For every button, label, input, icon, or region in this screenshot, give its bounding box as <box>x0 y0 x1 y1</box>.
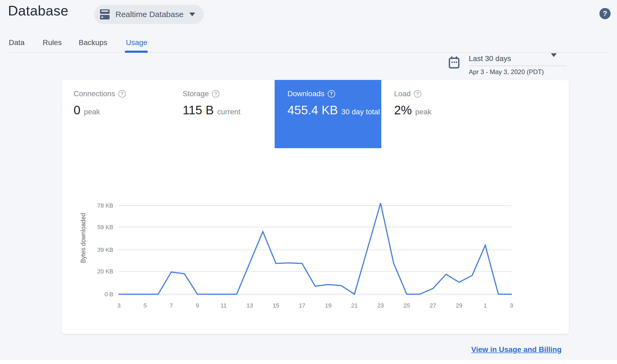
svg-text:19: 19 <box>325 302 331 309</box>
metric-value: 115 B current <box>183 103 241 117</box>
svg-text:13: 13 <box>246 302 253 309</box>
tabs-divider <box>8 52 609 53</box>
metric-label: Load <box>394 90 411 98</box>
svg-text:9: 9 <box>196 302 199 309</box>
svg-text:5: 5 <box>143 302 147 309</box>
svg-text:78 KB: 78 KB <box>97 202 113 209</box>
svg-text:17: 17 <box>299 302 305 309</box>
tab-backups[interactable]: Backups <box>79 38 107 47</box>
instance-selector[interactable]: Realtime Database <box>94 5 204 24</box>
svg-text:39 KB: 39 KB <box>97 246 113 253</box>
help-icon[interactable]: ? <box>212 90 219 98</box>
metric-load[interactable]: Load ? 2% peak <box>394 90 431 117</box>
database-icon <box>100 9 110 19</box>
view-usage-billing-link[interactable]: View in Usage and Billing <box>471 345 562 354</box>
chevron-down-icon <box>189 13 195 16</box>
svg-text:1: 1 <box>484 302 487 309</box>
metric-connections[interactable]: Connections ? 0 peak <box>74 90 126 117</box>
svg-text:3: 3 <box>117 302 121 309</box>
instance-selector-label: Realtime Database <box>115 10 183 19</box>
downloads-line-chart: 0 B20 KB39 KB59 KB78 KB35791113151719212… <box>91 200 528 313</box>
svg-text:20 KB: 20 KB <box>97 268 113 275</box>
metric-value: 2% peak <box>394 103 431 117</box>
svg-text:25: 25 <box>403 302 410 309</box>
svg-text:0 B: 0 B <box>105 291 113 298</box>
bottom-strip <box>0 360 617 364</box>
help-icon[interactable]: ? <box>118 90 126 98</box>
help-icon[interactable]: ? <box>414 90 421 98</box>
active-tab-indicator <box>125 51 148 53</box>
date-range-caret-icon[interactable] <box>551 57 557 62</box>
svg-text:59 KB: 59 KB <box>97 224 113 230</box>
calendar-icon <box>449 56 459 70</box>
help-icon[interactable]: ? <box>328 90 335 98</box>
svg-text:15: 15 <box>273 302 279 309</box>
help-button[interactable]: ? <box>599 8 611 19</box>
date-range-preset[interactable]: Last 30 days <box>469 54 511 63</box>
svg-text:27: 27 <box>430 302 436 309</box>
metric-downloads[interactable]: Downloads ? 455.4 KB 30 day total <box>287 90 380 117</box>
svg-text:29: 29 <box>456 302 462 309</box>
metric-value: 0 peak <box>74 103 126 117</box>
svg-text:7: 7 <box>170 302 173 309</box>
svg-text:21: 21 <box>351 302 358 309</box>
svg-text:23: 23 <box>377 302 384 309</box>
tab-usage[interactable]: Usage <box>126 38 147 47</box>
metric-label: Storage <box>183 90 209 98</box>
metric-value: 455.4 KB 30 day total <box>287 103 380 117</box>
page-title: Database <box>8 3 69 19</box>
metric-storage[interactable]: Storage ? 115 B current <box>183 90 241 117</box>
question-mark-icon: ? <box>603 10 607 18</box>
svg-text:3: 3 <box>510 302 513 309</box>
date-range-dates: Apr 3 - May 3, 2020 (PDT) <box>469 68 544 76</box>
tab-rules[interactable]: Rules <box>43 38 62 47</box>
tab-data[interactable]: Data <box>9 38 25 47</box>
metric-label: Connections <box>74 90 115 98</box>
date-range-underline <box>469 66 567 66</box>
svg-text:11: 11 <box>221 302 227 309</box>
metric-label: Downloads <box>287 90 324 98</box>
